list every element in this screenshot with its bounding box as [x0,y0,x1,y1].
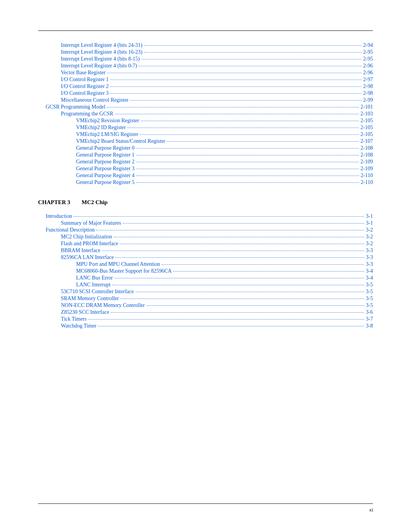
toc-entry-label[interactable]: Summary of Major Features [61,220,121,226]
toc-entry-label[interactable]: VMEchip2 LM/SIG Register [76,131,138,137]
toc-entry[interactable]: Z85230 SCC Interface3-6 [38,309,373,315]
toc-entry-label[interactable]: SRAM Memory Controller [61,296,119,302]
toc-entry-dots [107,107,359,107]
toc-entry[interactable]: VMEchip2 ID Register2-105 [38,125,373,131]
toc-entry-label[interactable]: I/O Control Register 3 [61,90,109,96]
toc-entry-label[interactable]: MC2 Chip Initialization [61,234,112,240]
toc-entry-label[interactable]: Functional Description [46,227,95,233]
toc-entry-page: 2-99 [363,97,373,103]
toc-entry-dots [136,155,359,155]
toc-entry[interactable]: GCSR Programming Model2-101 [38,104,373,110]
toc-entry-label[interactable]: LANC Bus Error [76,275,113,281]
toc-entry[interactable]: I/O Control Register 12-97 [38,77,373,83]
toc-entry[interactable]: NON-ECC DRAM Memory Controller3-5 [38,302,373,308]
toc-entry-label[interactable]: General Purpose Register 2 [76,159,135,165]
section1-toc: Interrupt Level Register 4 (bits 24-31)2… [38,42,373,185]
toc-entry-label[interactable]: Z85230 SCC Interface [61,309,109,315]
toc-entry[interactable]: BBRAM Interface3-3 [38,248,373,254]
toc-entry-page: 2-95 [363,49,373,55]
toc-entry-page: 3-2 [366,241,373,247]
toc-entry-label[interactable]: LANC Interrupt [76,282,111,288]
toc-entry-dots [135,292,365,292]
toc-entry[interactable]: Programming the GCSR2-103 [38,111,373,117]
toc-entry-label[interactable]: I/O Control Register 2 [61,83,109,89]
toc-entry-label[interactable]: NON-ECC DRAM Memory Controller [61,302,145,308]
toc-entry-label[interactable]: 53C710 SCSI Controller Interface [61,289,134,295]
toc-entry-page: 2-107 [360,138,373,144]
toc-entry-label[interactable]: Tick Timers [61,316,87,322]
toc-entry-label[interactable]: Interrupt Level Register 4 (bits 0-7) [61,63,137,69]
toc-entry[interactable]: Summary of Major Features3-1 [38,220,373,226]
toc-entry[interactable]: Interrupt Level Register 4 (bits 24-31)2… [38,42,373,48]
toc-entry[interactable]: I/O Control Register 22-98 [38,83,373,89]
toc-entry-label[interactable]: Interrupt Level Register 4 (bits 16-23) [61,49,142,55]
toc-entry[interactable]: Vector Base Register2-96 [38,70,373,76]
toc-entry[interactable]: 82596CA LAN Interface3-3 [38,254,373,260]
toc-entry-label[interactable]: General Purpose Register 1 [76,152,135,158]
toc-entry[interactable]: Functional Description3-2 [38,227,373,233]
toc-entry[interactable]: General Purpose Register 42-110 [38,173,373,179]
toc-entry-label[interactable]: Vector Base Register [61,70,105,76]
toc-entry[interactable]: General Purpose Register 52-110 [38,179,373,185]
toc-entry[interactable]: Watchdog Timer3-8 [38,323,373,329]
toc-entry-label[interactable]: Introduction [46,213,72,219]
footer-page: xi [38,507,373,513]
toc-entry-dots [110,86,362,87]
toc-entry-label[interactable]: Programming the GCSR [61,111,113,117]
toc-entry[interactable]: MC68060-Bus Master Support for 82596CA3-… [38,268,373,274]
toc-entry-label[interactable]: Flash and PROM Interface [61,241,118,247]
toc-entry-label[interactable]: VMEchip2 Revision Register [76,118,139,124]
toc-entry-page: 2-98 [363,83,373,89]
toc-entry-dots [127,128,359,128]
toc-entry-label[interactable]: Interrupt Level Register 4 (bits 8-15) [61,56,140,62]
toc-entry-label[interactable]: 82596CA LAN Interface [61,254,114,260]
toc-entry-label[interactable]: VMEchip2 Board Status/Control Register [76,138,165,144]
toc-entry[interactable]: MPU Port and MPU Channel Attention3-3 [38,261,373,267]
toc-entry-dots [115,257,364,258]
toc-entry-dots [140,134,359,135]
toc-entry[interactable]: VMEchip2 LM/SIG Register2-105 [38,131,373,137]
toc-entry[interactable]: LANC Bus Error3-4 [38,275,373,281]
toc-entry[interactable]: Flash and PROM Interface3-2 [38,241,373,247]
toc-entry[interactable]: 53C710 SCSI Controller Interface3-5 [38,289,373,295]
toc-entry-label[interactable]: General Purpose Register 4 [76,173,135,179]
toc-entry-label[interactable]: Miscellaneous Control Register [61,97,128,103]
toc-entry-label[interactable]: MPU Port and MPU Channel Attention [76,261,160,267]
toc-entry[interactable]: Interrupt Level Register 4 (bits 0-7)2-9… [38,63,373,69]
toc-entry[interactable]: VMEchip2 Revision Register2-105 [38,118,373,124]
toc-entry-dots [111,312,365,313]
toc-entry[interactable]: Introduction3-1 [38,213,373,219]
toc-entry-dots [114,278,364,278]
toc-entry-label[interactable]: General Purpose Register 3 [76,166,135,172]
toc-entry-label[interactable]: BBRAM Interface [61,248,100,254]
toc-entry[interactable]: VMEchip2 Board Status/Control Register2-… [38,138,373,144]
toc-entry-label[interactable]: General Purpose Register 0 [76,145,135,151]
toc-entry-page: 3-6 [366,309,373,315]
toc-entry-dots [88,319,365,320]
toc-entry[interactable]: Interrupt Level Register 4 (bits 8-15)2-… [38,56,373,62]
toc-entry-label[interactable]: I/O Control Register 1 [61,77,109,83]
toc-entry[interactable]: General Purpose Register 02-108 [38,145,373,151]
toc-entry[interactable]: I/O Control Register 32-98 [38,90,373,96]
toc-entry[interactable]: General Purpose Register 22-109 [38,159,373,165]
toc-entry-page: 3-4 [366,275,373,281]
toc-entry[interactable]: General Purpose Register 12-108 [38,152,373,158]
toc-entry-page: 3-5 [366,282,373,288]
toc-entry-label[interactable]: Interrupt Level Register 4 (bits 24-31) [61,42,142,48]
toc-entry-label[interactable]: General Purpose Register 5 [76,179,135,185]
toc-entry-label[interactable]: GCSR Programming Model [46,104,105,110]
toc-entry[interactable]: MC2 Chip Initialization3-2 [38,234,373,240]
toc-entry-label[interactable]: VMEchip2 ID Register [76,125,126,131]
toc-entry[interactable]: Interrupt Level Register 4 (bits 16-23)2… [38,49,373,55]
toc-entry-dots [147,305,365,306]
toc-entry-page: 2-109 [360,159,373,165]
toc-entry-dots [96,230,365,230]
toc-entry[interactable]: General Purpose Register 32-109 [38,166,373,172]
toc-entry-label[interactable]: Watchdog Timer [61,323,96,329]
toc-entry[interactable]: SRAM Memory Controller3-5 [38,296,373,302]
toc-entry[interactable]: Tick Timers3-7 [38,316,373,322]
toc-entry[interactable]: Miscellaneous Control Register2-99 [38,97,373,103]
toc-entry[interactable]: LANC Interrupt3-5 [38,282,373,288]
toc-entry-page: 3-1 [366,213,373,219]
toc-entry-label[interactable]: MC68060-Bus Master Support for 82596CA [76,268,172,274]
